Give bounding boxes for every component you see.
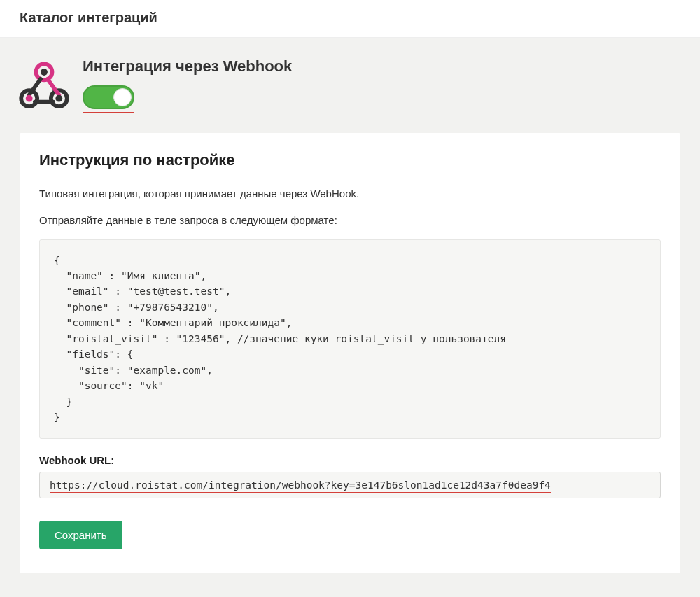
description-2: Отправляйте данные в теле запроса в след… bbox=[39, 213, 661, 228]
settings-card: Инструкция по настройке Типовая интеграц… bbox=[20, 133, 680, 573]
card-heading: Инструкция по настройке bbox=[39, 151, 661, 169]
page-body: Интеграция через Webhook Инструкция по н… bbox=[0, 38, 700, 597]
enable-toggle[interactable] bbox=[83, 85, 134, 109]
svg-point-5 bbox=[55, 95, 62, 102]
integration-header: Интеграция через Webhook bbox=[0, 56, 700, 133]
integration-title: Интеграция через Webhook bbox=[83, 57, 292, 76]
description-1: Типовая интеграция, которая принимает да… bbox=[39, 186, 661, 202]
toggle-underline bbox=[83, 85, 134, 113]
save-button[interactable]: Сохранить bbox=[39, 521, 122, 549]
svg-point-3 bbox=[41, 69, 48, 76]
webhook-url-label: Webhook URL: bbox=[39, 454, 661, 466]
page-title: Каталог интеграций bbox=[20, 10, 680, 26]
payload-example: { "name" : "Имя клиента", "email" : "tes… bbox=[39, 239, 661, 439]
webhook-logo bbox=[15, 56, 73, 113]
topbar: Каталог интеграций bbox=[0, 0, 700, 38]
integration-header-text: Интеграция через Webhook bbox=[73, 56, 292, 116]
svg-point-4 bbox=[26, 95, 33, 102]
webhook-url-field[interactable]: https://cloud.roistat.com/integration/we… bbox=[39, 472, 661, 498]
webhook-url-value: https://cloud.roistat.com/integration/we… bbox=[50, 479, 551, 493]
toggle-knob bbox=[113, 88, 132, 106]
webhook-icon bbox=[15, 56, 73, 113]
